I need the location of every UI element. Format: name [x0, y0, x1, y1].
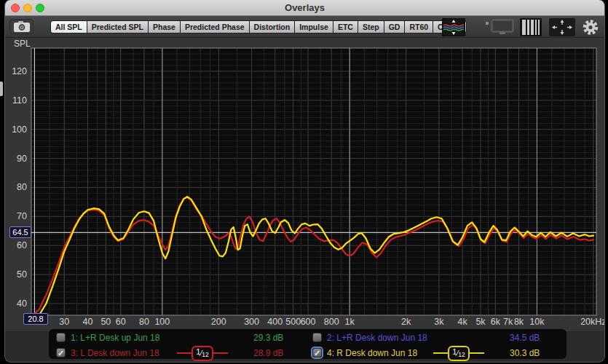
legend-row: ✓ 1: L+R Desk up Jun 18 29.3 dB: [49, 331, 305, 345]
graph-tab-bar: All SPL Predicted SPL Phase Predicted Ph…: [50, 20, 467, 33]
toolbar: All SPL Predicted SPL Phase Predicted Ph…: [5, 16, 604, 38]
x-tick-label: 60: [116, 317, 126, 327]
tab-distortion[interactable]: Distortion: [250, 21, 295, 33]
tab-rt60[interactable]: RT60: [405, 21, 433, 33]
x-tick-label: 100: [154, 317, 170, 327]
x-tick-label: 40: [83, 317, 93, 327]
measurement-1-label[interactable]: 1: L+R Desk up Jun 18: [71, 333, 159, 343]
legend-row: ✓ 3: L Desk down Jun 18 1⁄12 28.9 dB: [49, 346, 305, 360]
x-tick-label: 800: [324, 317, 339, 327]
measurement-2-checkbox[interactable]: ✓: [312, 333, 322, 342]
measurement-4-label[interactable]: 4: R Desk down Jun 18: [327, 348, 417, 358]
x-tick-label: 200: [211, 317, 226, 327]
x-tick-label: 1k: [345, 317, 355, 327]
x-tick-label: 80: [139, 317, 149, 327]
smoothing-badge: 1⁄12: [177, 347, 228, 360]
tab-predicted-phase[interactable]: Predicted Phase: [181, 21, 249, 33]
y-tick-label: 70: [17, 211, 27, 221]
cursor-frequency-readout: 20.8: [23, 313, 48, 325]
y-tick-label: 120: [12, 66, 27, 76]
bars-icon[interactable]: [520, 18, 542, 36]
x-tick-label: 8k: [514, 317, 524, 327]
measurement-1-level: 29.3 dB: [253, 333, 304, 343]
spl-chart[interactable]: 4050607080901001101203040506080100200300…: [5, 38, 604, 331]
x-tick-label: 10k: [529, 317, 545, 327]
spl-graph-panel: SPL 405060708090100110120304050608010020…: [5, 38, 604, 331]
x-tick-label: 50: [100, 317, 111, 327]
tab-phase[interactable]: Phase: [149, 21, 180, 33]
cursor-spl-readout: 64.5: [9, 226, 31, 238]
measurement-3-level: 28.9 dB: [253, 348, 304, 358]
y-tick-label: 110: [12, 95, 27, 106]
y-tick-label: 50: [17, 269, 27, 280]
legend-row: ✓ 4: R Desk down Jun 18 1⁄12 30.3 dB: [305, 346, 561, 360]
x-tick-label: 20kHz: [580, 317, 604, 327]
x-tick-label: 500: [285, 317, 301, 327]
smoothing-badge: 1⁄12: [433, 347, 484, 360]
measurement-legend: ✓ 1: L+R Desk up Jun 18 29.3 dB ✓ 2: L+R…: [49, 329, 566, 359]
x-tick-label: 2k: [401, 317, 411, 327]
x-tick-label: 400: [267, 317, 283, 327]
tab-all-spl[interactable]: All SPL: [51, 21, 87, 33]
overlays-window: Overlays All SPL Predicted SPL Phase Pre…: [5, 0, 604, 362]
measurement-4-checkbox[interactable]: ✓: [312, 348, 322, 357]
tab-etc[interactable]: ETC: [333, 21, 358, 33]
x-tick-label: 6k: [491, 317, 501, 327]
measurement-2-label[interactable]: 2: L+R Desk down Jun 18: [327, 333, 427, 343]
pan-arrows-icon[interactable]: [549, 18, 575, 36]
y-tick-label: 100: [12, 124, 27, 135]
tab-gd[interactable]: GD: [384, 21, 405, 33]
camera-icon: [14, 21, 30, 32]
background-window-edge: [0, 82, 3, 96]
tab-impulse[interactable]: Impulse: [295, 21, 333, 33]
y-tick-label: 90: [17, 154, 27, 164]
traces-icon[interactable]: [442, 18, 465, 36]
x-tick-label: 4k: [457, 317, 467, 327]
title-bar[interactable]: Overlays: [5, 0, 604, 16]
legend-row: ✓ 2: L+R Desk down Jun 18 34.5 dB: [305, 331, 561, 345]
y-tick-label: 80: [17, 182, 27, 192]
measurement-2-level: 34.5 dB: [510, 333, 561, 343]
tab-predicted-spl[interactable]: Predicted SPL: [87, 21, 148, 33]
tab-step[interactable]: Step: [358, 21, 384, 33]
monitor-icon[interactable]: [484, 18, 515, 36]
x-tick-label: 3k: [434, 317, 444, 327]
measurement-1-checkbox[interactable]: ✓: [56, 333, 66, 342]
capture-button[interactable]: [9, 19, 33, 34]
measurement-4-level: 30.3 dB: [510, 348, 561, 358]
y-tick-label: 40: [17, 298, 27, 309]
x-tick-label: 600: [301, 317, 316, 327]
x-tick-label: 7k: [503, 317, 513, 327]
measurement-3-checkbox[interactable]: ✓: [56, 348, 66, 357]
x-tick-label: 300: [244, 317, 259, 327]
y-tick-label: 60: [17, 240, 27, 250]
measurement-3-label[interactable]: 3: L Desk down Jun 18: [71, 348, 159, 358]
x-tick-label: 30: [59, 317, 69, 327]
x-tick-label: 5k: [475, 317, 486, 327]
window-title: Overlays: [5, 0, 604, 15]
gear-icon[interactable]: [582, 18, 599, 36]
